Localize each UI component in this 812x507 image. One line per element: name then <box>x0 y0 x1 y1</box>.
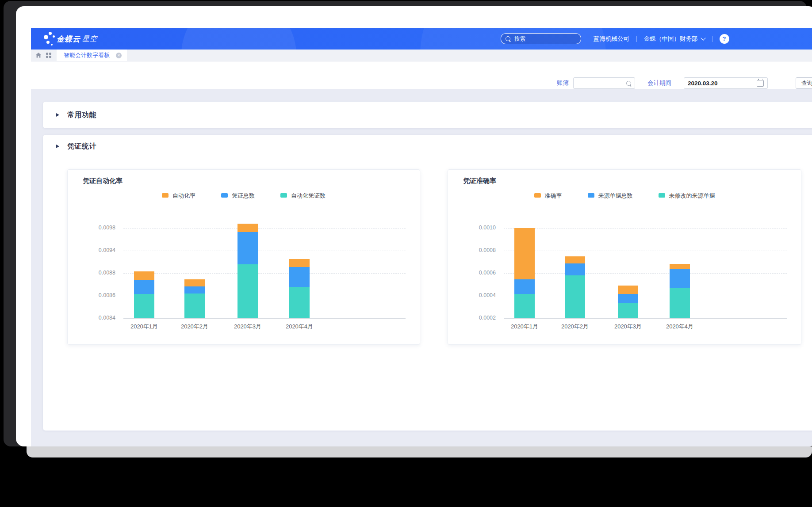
desktop-background: 金蝶云 星空 蓝海机械公司 金蝶（中国）财务部 ? <box>0 0 812 507</box>
x-axis-label: 2020年4月 <box>655 323 704 331</box>
bar-segment[interactable] <box>237 264 258 318</box>
kingdee-logo: 金蝶云 星空 <box>43 31 97 47</box>
logo-text-bold: 金蝶云 <box>57 34 80 44</box>
bar-segment[interactable] <box>134 280 154 294</box>
x-axis-label: 2020年1月 <box>120 323 169 331</box>
bar-segment[interactable] <box>514 279 535 294</box>
bar-segment[interactable] <box>237 232 258 264</box>
y-axis-tick-label: 0.0094 <box>87 247 115 253</box>
header-right-group: 蓝海机械公司 金蝶（中国）财务部 ? <box>501 28 729 50</box>
logo-dots-icon <box>43 31 57 47</box>
x-axis-label: 2020年2月 <box>551 323 599 331</box>
app-window: 金蝶云 星空 蓝海机械公司 金蝶（中国）财务部 ? <box>16 6 812 446</box>
bar-segment[interactable] <box>618 294 638 303</box>
tabs-bar: 智能会计数字看板 ✕ <box>31 50 812 61</box>
bar-segment[interactable] <box>134 294 154 318</box>
tab-close-icon[interactable]: ✕ <box>116 53 122 58</box>
gridline <box>123 251 406 251</box>
tab-label: 智能会计数字看板 <box>64 51 110 59</box>
header-divider <box>636 36 637 42</box>
global-search-input[interactable] <box>513 35 576 42</box>
book-label: 账簿 <box>557 77 569 89</box>
bar-segment[interactable] <box>565 275 585 318</box>
x-axis-label: 2020年1月 <box>500 323 549 331</box>
y-axis-tick-label: 0.0002 <box>467 315 496 321</box>
calendar-icon[interactable] <box>757 80 764 87</box>
bar-segment[interactable] <box>289 267 310 287</box>
book-field[interactable] <box>573 77 635 89</box>
x-axis-line <box>504 318 787 319</box>
period-input[interactable] <box>684 80 757 87</box>
department-label: 金蝶（中国）财务部 <box>644 35 698 43</box>
book-input[interactable] <box>574 80 626 87</box>
x-axis-label: 2020年3月 <box>604 323 652 331</box>
bar-segment[interactable] <box>184 294 205 318</box>
bar-segment[interactable] <box>670 269 690 288</box>
chart-card-automation-rate: 凭证自动化率 自动化率凭证总数自动化凭证数 0.00980.00940.0088… <box>67 169 420 345</box>
gridline <box>504 228 787 229</box>
dashboard-content: 常用功能 凭证统计 凭证自动化率 自动化率凭证总数自动化凭证数 0.00980.… <box>31 89 812 446</box>
gridline <box>504 251 787 251</box>
bar-segment[interactable] <box>565 256 585 263</box>
section-title: 凭证统计 <box>67 142 96 151</box>
bar-segment[interactable] <box>514 294 535 318</box>
search-icon <box>506 36 510 41</box>
y-axis-tick-label: 0.0004 <box>467 292 496 298</box>
bar-segment[interactable] <box>184 279 205 286</box>
section-voucher-statistics: 凭证统计 凭证自动化率 自动化率凭证总数自动化凭证数 0.00980.00940… <box>43 135 812 431</box>
department-menu[interactable]: 金蝶（中国）财务部 <box>644 35 705 43</box>
x-axis-label: 2020年4月 <box>275 323 324 331</box>
chevron-down-icon <box>701 35 705 40</box>
bar-segment[interactable] <box>618 303 638 318</box>
section-common-functions: 常用功能 <box>43 102 812 128</box>
filter-bar: 账簿 会计期间 查询 <box>31 61 812 89</box>
bar-segment[interactable] <box>514 228 535 279</box>
bar-segment[interactable] <box>618 286 638 294</box>
bar-segment[interactable] <box>565 263 585 275</box>
x-axis-line <box>123 318 406 319</box>
apps-grid-icon[interactable] <box>46 53 52 58</box>
x-axis-label: 2020年3月 <box>223 323 272 331</box>
app-header: 金蝶云 星空 蓝海机械公司 金蝶（中国）财务部 ? <box>31 28 812 50</box>
logo-text-light: 星空 <box>82 34 97 44</box>
window-pedestal <box>27 446 812 457</box>
y-axis-tick-label: 0.0084 <box>87 315 115 321</box>
bar-segment[interactable] <box>670 264 690 269</box>
bar-segment[interactable] <box>670 288 690 318</box>
y-axis-tick-label: 0.0008 <box>467 247 496 253</box>
chart-plot-area: 0.00980.00940.00880.00860.00842020年1月202… <box>68 170 420 344</box>
y-axis-tick-label: 0.0098 <box>87 225 115 231</box>
bar-segment[interactable] <box>289 259 310 267</box>
company-name: 蓝海机械公司 <box>594 35 629 43</box>
y-axis-tick-label: 0.0088 <box>87 270 115 276</box>
collapse-triangle-icon <box>56 113 59 117</box>
bar-segment[interactable] <box>289 287 310 318</box>
tab-active[interactable]: 智能会计数字看板 ✕ <box>57 50 127 61</box>
chart-card-accuracy-rate: 凭证准确率 准确率来源单据总数未修改的来源单据 0.00100.00080.00… <box>448 169 801 345</box>
bar-segment[interactable] <box>184 286 205 294</box>
period-field[interactable] <box>684 77 768 89</box>
global-search[interactable] <box>501 33 581 44</box>
bar-segment[interactable] <box>237 224 258 232</box>
header-divider <box>712 36 712 42</box>
help-button[interactable]: ? <box>720 34 729 44</box>
gridline <box>123 296 406 296</box>
y-axis-tick-label: 0.0086 <box>87 292 115 298</box>
gridline <box>123 228 406 229</box>
gridline <box>504 296 787 296</box>
bar-segment[interactable] <box>134 271 154 280</box>
x-axis-label: 2020年2月 <box>170 323 219 331</box>
book-search-icon[interactable] <box>626 81 631 86</box>
query-button[interactable]: 查询 <box>796 77 812 89</box>
section-title: 常用功能 <box>67 111 96 120</box>
collapse-triangle-icon <box>56 145 59 148</box>
section-header[interactable]: 常用功能 <box>43 102 812 128</box>
gridline <box>504 273 787 274</box>
chart-plot-area: 0.00100.00080.00060.00040.00022020年1月202… <box>448 170 801 344</box>
y-axis-tick-label: 0.0006 <box>467 270 496 276</box>
home-icon[interactable] <box>35 52 42 58</box>
gridline <box>123 273 406 274</box>
y-axis-tick-label: 0.0010 <box>467 225 496 231</box>
period-label: 会计期间 <box>647 77 671 89</box>
section-header[interactable]: 凭证统计 <box>43 135 812 158</box>
